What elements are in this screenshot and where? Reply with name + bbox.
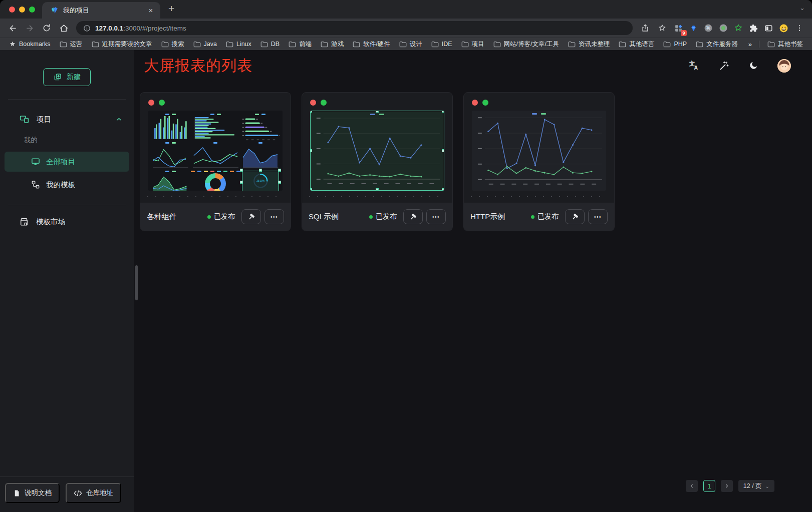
mini-bar-chart [151,116,190,141]
address-bar[interactable]: 127.0.0.1:3000/#/project/items [76,21,633,35]
reload-button[interactable] [39,21,54,36]
bookmark-folder[interactable]: IDE [427,39,456,50]
page-size-select[interactable]: 12 / 页 ⌄ [738,480,774,492]
mini-chart [151,113,190,141]
dark-mode-moon-icon[interactable] [748,60,759,71]
project-card[interactable]: SQL示例 已发布 ••• [302,92,453,231]
next-page-button[interactable] [721,480,733,492]
sidebar-item-template-market[interactable]: 模板市场 [0,214,134,229]
docs-button[interactable]: 说明文档 [5,483,60,503]
edit-project-button[interactable] [241,209,261,224]
extensions-puzzle-icon[interactable] [747,22,760,35]
selection-handle[interactable] [376,111,379,113]
selection-handle[interactable] [442,188,444,191]
user-avatar[interactable] [777,59,791,73]
bookmark-folder[interactable]: 软件/硬件 [349,39,394,50]
extension-emoji-icon[interactable] [777,22,790,35]
close-window-button[interactable] [9,7,15,13]
bookmark-label: Bookmarks [19,41,51,48]
extension-command-icon[interactable]: ⌘ [702,22,715,35]
selection-handle[interactable] [240,181,243,184]
browser-menu-button[interactable] [792,21,807,36]
bookmark-folder[interactable]: Java [189,39,221,50]
home-button[interactable] [56,21,71,36]
tab-close-icon[interactable]: × [146,6,155,15]
project-preview[interactable] [310,111,444,191]
more-actions-button[interactable]: ••• [264,209,284,224]
bookmark-folder[interactable]: 网站/博客/文章/工具 [489,39,563,50]
project-card[interactable]: 25.00% 各种组件 已发布 ••• [140,92,291,231]
bookmark-label: 设计 [410,40,422,49]
back-button[interactable] [5,21,20,36]
project-card[interactable]: HTTP示例 已发布 ••• [463,92,615,231]
bookmark-folder[interactable]: 项目 [457,39,488,50]
share-button[interactable] [638,21,653,36]
selection-handle[interactable] [376,188,379,191]
bookmark-root[interactable]: Bookmarks [5,40,55,49]
magic-wand-icon[interactable] [718,60,729,71]
selection-handle[interactable] [310,149,312,152]
bookmark-folder[interactable]: 其他语言 [615,39,658,50]
content-scrollbar-thumb[interactable] [135,265,138,300]
bookmark-folder[interactable]: 游戏 [317,39,348,50]
bookmark-folder[interactable]: 搜索 [157,39,188,50]
extension-gem-icon[interactable] [687,22,700,35]
bookmark-folder[interactable]: 运营 [56,39,87,50]
more-actions-button[interactable]: ••• [588,209,608,224]
edit-project-button[interactable] [403,209,423,224]
folder-icon [568,41,576,48]
tab-search-chevron-icon[interactable]: ⌄ [799,4,805,12]
zoom-window-button[interactable] [29,7,35,13]
new-project-button[interactable]: 新建 [43,68,91,86]
bookmark-label: 运营 [70,40,83,49]
chevron-up-icon[interactable] [115,116,123,123]
extension-grid-icon[interactable]: 9 [672,22,685,35]
more-actions-button[interactable]: ••• [426,209,446,224]
sidebar-group-project[interactable]: 项目 [0,112,134,127]
selection-handle[interactable] [278,181,281,184]
extension-record-icon[interactable] [717,22,730,35]
bookmark-folder[interactable]: 前端 [285,39,316,50]
selection-handle[interactable] [259,169,262,172]
sidebar-item-label: 我的模板 [46,180,75,190]
bookmark-folder[interactable]: Linux [222,39,255,50]
other-bookmarks-folder[interactable]: 其他书签 [763,39,807,50]
selection-handle[interactable] [240,169,243,172]
selection-handle[interactable] [442,111,444,113]
bookmark-folder[interactable]: 设计 [395,39,426,50]
chart-legend [311,114,444,115]
site-info-icon[interactable] [83,25,91,32]
green-dot [482,100,488,106]
project-card-grid: 25.00% 各种组件 已发布 ••• SQL示例 已发布 [134,81,812,231]
project-preview[interactable] [472,111,606,191]
edit-project-button[interactable] [565,209,585,224]
sidebar-item-my-templates[interactable]: 我的模板 [5,175,129,195]
extension-sidebar-icon[interactable] [762,22,775,35]
bookmark-folder[interactable]: DB [256,39,284,50]
bookmark-folder[interactable]: 资讯未整理 [564,39,614,50]
bookmark-folder[interactable]: 近期需要读的文章 [88,39,156,50]
new-tab-button[interactable]: + [160,3,174,17]
repo-button[interactable]: 仓库地址 [66,483,121,503]
bookmark-folder[interactable]: PHP [659,39,691,50]
project-preview[interactable]: 25.00% [148,111,283,191]
bookmark-folder[interactable]: 文件服务器 [692,39,742,50]
bookmarks-overflow-chevron[interactable]: » [745,41,755,48]
minimize-window-button[interactable] [19,7,25,13]
selection-handle[interactable] [278,169,281,172]
sidebar-item-label: 全部项目 [46,157,75,167]
status-label: 已发布 [376,212,397,221]
extension-green-star-icon[interactable] [732,22,745,35]
page-number-button[interactable]: 1 [703,480,715,492]
folder-icon [431,41,439,48]
language-translate-icon[interactable]: 文A [689,60,700,71]
forward-button[interactable] [22,21,37,36]
browser-tab[interactable]: 我的项目 × [42,2,160,19]
prev-page-button[interactable] [686,480,698,492]
selection-handle[interactable] [310,111,312,113]
mini-line-chart [151,145,190,170]
sidebar-item-all-projects[interactable]: 全部项目 [5,152,129,172]
bookmark-star-button[interactable] [655,21,670,36]
selection-handle[interactable] [442,149,444,152]
selection-handle[interactable] [310,188,312,191]
